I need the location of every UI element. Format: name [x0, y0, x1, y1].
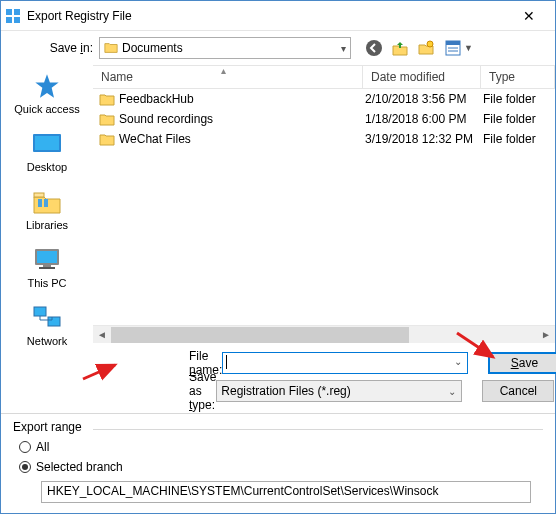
- save-button[interactable]: Save: [488, 352, 556, 374]
- svg-rect-2: [6, 17, 12, 23]
- file-name-input[interactable]: ⌄: [222, 352, 468, 374]
- list-item[interactable]: FeedbackHub 2/10/2018 3:56 PM File folde…: [93, 89, 555, 109]
- svg-rect-13: [34, 193, 44, 197]
- svg-rect-0: [6, 9, 12, 15]
- export-range-label: Export range: [13, 420, 82, 434]
- item-name: Sound recordings: [119, 112, 213, 126]
- place-quick-access[interactable]: Quick access: [5, 71, 89, 115]
- quick-access-icon: [30, 71, 64, 101]
- folder-icon: [99, 92, 115, 106]
- app-icon: [5, 8, 21, 24]
- views-menu-button[interactable]: ▼: [441, 37, 476, 59]
- save-in-toolbar: Save in: Documents ▾ ▼: [1, 31, 555, 65]
- place-libraries[interactable]: Libraries: [5, 187, 89, 231]
- column-header-name[interactable]: Name: [93, 66, 363, 88]
- chevron-down-icon: ▼: [464, 43, 473, 53]
- cancel-button[interactable]: Cancel: [482, 380, 554, 402]
- dialog-title: Export Registry File: [27, 9, 507, 23]
- column-headers: ▴ Name Date modified Type: [93, 65, 555, 89]
- item-type: File folder: [481, 92, 555, 106]
- radio-icon: [19, 441, 31, 453]
- titlebar: Export Registry File ✕: [1, 1, 555, 31]
- item-name: FeedbackHub: [119, 92, 194, 106]
- place-this-pc[interactable]: This PC: [5, 245, 89, 289]
- place-label: Network: [5, 335, 89, 347]
- places-bar: Quick access Desktop Libraries This PC N…: [1, 65, 93, 411]
- folder-icon: [104, 41, 118, 55]
- file-list: FeedbackHub 2/10/2018 3:56 PM File folde…: [93, 89, 555, 325]
- save-in-combo[interactable]: Documents ▾: [99, 37, 351, 59]
- item-type: File folder: [481, 132, 555, 146]
- svg-rect-8: [446, 41, 460, 45]
- item-date: 1/18/2018 6:00 PM: [363, 112, 481, 126]
- item-name: WeChat Files: [119, 132, 191, 146]
- scroll-thumb[interactable]: [111, 327, 409, 343]
- column-header-type[interactable]: Type: [481, 66, 555, 88]
- item-date: 3/19/2018 12:32 PM: [363, 132, 481, 146]
- sort-indicator-icon: ▴: [221, 65, 226, 76]
- chevron-down-icon: ⌄: [454, 356, 462, 367]
- list-item[interactable]: WeChat Files 3/19/2018 12:32 PM File fol…: [93, 129, 555, 149]
- scroll-left-button[interactable]: ◄: [93, 327, 111, 343]
- place-label: Quick access: [5, 103, 89, 115]
- chevron-down-icon: ▾: [341, 43, 346, 54]
- place-label: This PC: [5, 277, 89, 289]
- svg-rect-3: [14, 17, 20, 23]
- radio-selected-branch[interactable]: Selected branch: [13, 457, 543, 477]
- scroll-track[interactable]: [111, 327, 537, 343]
- svg-rect-18: [43, 265, 51, 267]
- close-button[interactable]: ✕: [507, 2, 551, 30]
- branch-path-input[interactable]: HKEY_LOCAL_MACHINE\SYSTEM\CurrentControl…: [41, 481, 531, 503]
- chevron-down-icon: ⌄: [448, 386, 456, 397]
- radio-all[interactable]: All: [13, 437, 543, 457]
- svg-rect-15: [44, 199, 48, 207]
- radio-icon: [19, 461, 31, 473]
- svg-rect-5: [399, 44, 401, 48]
- svg-rect-12: [35, 136, 59, 150]
- svg-rect-19: [39, 267, 55, 269]
- place-network[interactable]: Network: [5, 303, 89, 347]
- svg-rect-17: [37, 251, 57, 263]
- radio-all-label: All: [36, 440, 49, 454]
- up-one-level-button[interactable]: [389, 37, 411, 59]
- place-label: Libraries: [5, 219, 89, 231]
- folder-icon: [99, 132, 115, 146]
- item-date: 2/10/2018 3:56 PM: [363, 92, 481, 106]
- svg-rect-20: [34, 307, 46, 316]
- save-as-type-combo[interactable]: Registration Files (*.reg) ⌄: [216, 380, 462, 402]
- save-in-value: Documents: [122, 41, 346, 55]
- svg-rect-1: [14, 9, 20, 15]
- back-button[interactable]: [363, 37, 385, 59]
- list-item[interactable]: Sound recordings 1/18/2018 6:00 PM File …: [93, 109, 555, 129]
- folder-icon: [99, 112, 115, 126]
- svg-point-4: [366, 40, 382, 56]
- svg-point-6: [427, 41, 433, 47]
- svg-rect-21: [48, 317, 60, 326]
- item-type: File folder: [481, 112, 555, 126]
- export-range-group: Export range All Selected branch HKEY_LO…: [1, 414, 555, 513]
- save-as-type-value: Registration Files (*.reg): [221, 384, 350, 398]
- column-header-date[interactable]: Date modified: [363, 66, 481, 88]
- radio-selected-label: Selected branch: [36, 460, 123, 474]
- svg-rect-14: [38, 199, 42, 207]
- this-pc-icon: [30, 245, 64, 275]
- libraries-icon: [30, 187, 64, 217]
- desktop-icon: [30, 129, 64, 159]
- scroll-right-button[interactable]: ►: [537, 327, 555, 343]
- horizontal-scrollbar[interactable]: ◄ ►: [93, 325, 555, 343]
- new-folder-button[interactable]: [415, 37, 437, 59]
- save-as-type-label: Save as type:: [93, 370, 216, 412]
- place-label: Desktop: [5, 161, 89, 173]
- network-icon: [30, 303, 64, 333]
- save-in-label: Save in:: [11, 41, 99, 55]
- place-desktop[interactable]: Desktop: [5, 129, 89, 173]
